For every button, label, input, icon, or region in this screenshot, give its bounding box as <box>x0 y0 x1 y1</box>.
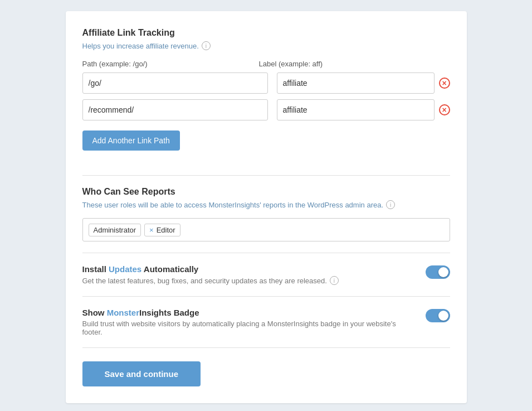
divider-3 <box>82 296 450 297</box>
show-badge-slider <box>426 309 450 322</box>
divider-1 <box>82 175 450 176</box>
who-can-see-description: These user roles will be able to access … <box>82 200 450 209</box>
who-can-see-title: Who Can See Reports <box>82 187 450 197</box>
divider-4 <box>82 347 450 348</box>
show-badge-title-highlight: MonsterInsights <box>107 308 172 317</box>
show-badge-description: Build trust with website visitors by aut… <box>82 320 414 336</box>
affiliate-description: Helps you increase affiliate revenue. i <box>82 41 450 50</box>
label-column-label: Label (example: aff) <box>259 60 323 68</box>
save-continue-button[interactable]: Save and continue <box>82 361 201 386</box>
affiliate-row-1: × <box>82 72 450 94</box>
install-updates-info-icon[interactable]: i <box>330 276 339 285</box>
install-updates-title: Install Updates Automatically <box>82 264 414 274</box>
install-updates-toggle[interactable] <box>426 265 450 279</box>
remove-row-1-button[interactable]: × <box>439 78 450 89</box>
tag-editor: × Editor <box>144 224 180 236</box>
install-updates-content: Install Updates Automatically Get the la… <box>82 264 426 285</box>
roles-tags-box[interactable]: Administrator × Editor <box>82 218 450 241</box>
path-column-label: Path (example: /go/) <box>82 60 148 68</box>
install-updates-title-text1: Install <box>82 264 109 274</box>
field-labels-row: Path (example: /go/) Label (example: aff… <box>82 59 450 68</box>
label-input-2[interactable] <box>277 99 435 120</box>
install-updates-title-text2: Automatically <box>144 264 198 274</box>
install-updates-slider <box>426 265 450 279</box>
divider-2 <box>82 253 450 253</box>
install-updates-title-highlight: Updates <box>109 264 144 274</box>
remove-row-1-icon: × <box>439 78 450 89</box>
tag-editor-label: Editor <box>157 226 175 234</box>
show-badge-title-text1: Show <box>82 308 107 317</box>
affiliate-row-2: × <box>82 99 450 120</box>
who-can-see-section: Who Can See Reports These user roles wil… <box>82 187 450 241</box>
label-input-1[interactable] <box>277 72 435 94</box>
show-badge-title: Show MonsterInsights Badge <box>82 308 414 317</box>
path-input-1[interactable] <box>82 72 268 94</box>
path-input-2[interactable] <box>82 99 268 120</box>
remove-row-2-button[interactable]: × <box>439 104 450 115</box>
add-link-path-button[interactable]: Add Another Link Path <box>82 130 180 151</box>
install-updates-section: Install Updates Automatically Get the la… <box>82 264 450 285</box>
who-can-see-info-icon[interactable]: i <box>386 200 395 209</box>
show-badge-toggle[interactable] <box>426 309 450 322</box>
tag-administrator: Administrator <box>89 224 141 236</box>
remove-row-2-icon: × <box>439 104 450 115</box>
tag-editor-remove-button[interactable]: × <box>149 226 154 234</box>
affiliate-section: Affiliate Link Tracking Helps you increa… <box>82 28 450 164</box>
show-badge-title-text2: Badge <box>172 308 199 317</box>
show-badge-content: Show MonsterInsights Badge Build trust w… <box>82 308 426 336</box>
show-badge-section: Show MonsterInsights Badge Build trust w… <box>82 308 450 336</box>
affiliate-title: Affiliate Link Tracking <box>82 28 450 38</box>
affiliate-info-icon[interactable]: i <box>202 41 211 50</box>
install-updates-description: Get the latest features, bug fixes, and … <box>82 276 414 285</box>
tag-administrator-label: Administrator <box>94 226 136 234</box>
